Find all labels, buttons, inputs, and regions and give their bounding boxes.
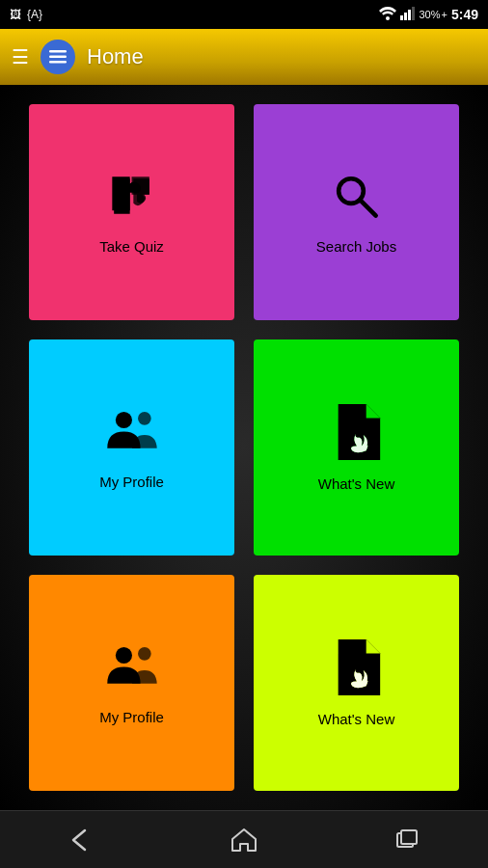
status-bar-left: 🖼 {A}	[10, 8, 42, 21]
whats-new-2-card[interactable]: What's New	[254, 575, 459, 791]
battery-icon: 30% +	[420, 9, 447, 20]
my-profile-1-label: My Profile	[99, 474, 164, 490]
recents-button[interactable]	[383, 816, 431, 864]
battery-percent: 30%	[420, 9, 441, 20]
svg-rect-1	[400, 15, 403, 20]
whats-new-2-label: What's New	[318, 711, 395, 727]
signal-icon	[400, 7, 416, 23]
svg-rect-4	[412, 7, 415, 20]
back-button[interactable]	[57, 816, 105, 864]
my-profile-2-label: My Profile	[99, 709, 164, 725]
whats-new-1-label: What's New	[318, 475, 395, 492]
puzzle-icon	[105, 170, 158, 231]
svg-rect-5	[49, 50, 67, 53]
page-title: Home	[87, 44, 144, 69]
toolbar: ☰ Home	[0, 29, 488, 85]
search-jobs-card[interactable]: Search Jobs	[254, 104, 459, 320]
svg-rect-15	[401, 830, 417, 844]
my-profile-1-card[interactable]: My Profile	[29, 339, 234, 556]
status-bar: 🖼 {A} 30% + 5:49	[0, 0, 488, 29]
svg-point-0	[386, 16, 390, 20]
svg-point-12	[115, 647, 131, 664]
wifi-icon	[379, 7, 396, 23]
svg-rect-2	[404, 13, 407, 20]
status-time: 5:49	[451, 7, 478, 22]
bracket-icon: {A}	[27, 8, 42, 21]
my-profile-2-card[interactable]: My Profile	[29, 575, 234, 791]
svg-rect-7	[49, 61, 67, 64]
bottom-nav	[0, 810, 488, 868]
people-icon-2	[103, 640, 161, 701]
svg-point-11	[138, 412, 151, 425]
svg-rect-6	[49, 56, 67, 59]
doc-flame-icon-2	[333, 639, 381, 703]
take-quiz-label: Take Quiz	[99, 238, 164, 255]
menu-icon[interactable]: ☰	[12, 45, 29, 68]
app-logo	[41, 40, 75, 74]
svg-line-9	[360, 200, 376, 216]
svg-rect-3	[408, 10, 411, 20]
svg-point-13	[138, 647, 151, 661]
search-icon	[330, 170, 383, 231]
status-bar-right: 30% + 5:49	[379, 7, 479, 23]
people-icon-1	[103, 405, 161, 466]
home-button[interactable]	[220, 816, 268, 864]
search-jobs-label: Search Jobs	[316, 238, 396, 255]
notification-icon: 🖼	[10, 8, 21, 21]
doc-flame-icon-1	[333, 404, 381, 468]
svg-point-10	[115, 412, 131, 428]
take-quiz-card[interactable]: Take Quiz	[29, 104, 234, 320]
home-grid: Take Quiz Search Jobs My Profile	[0, 85, 488, 810]
whats-new-1-card[interactable]: What's New	[254, 339, 459, 556]
